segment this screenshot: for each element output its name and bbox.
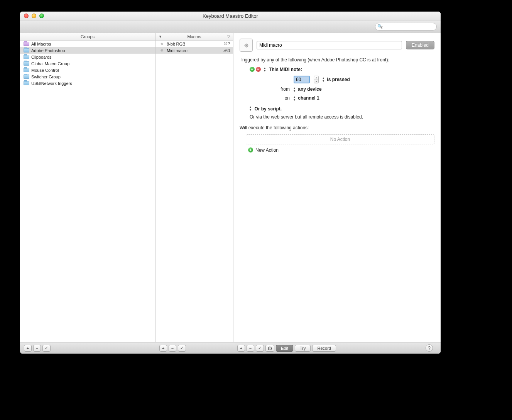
add-group-button[interactable]: + [24,345,32,352]
note-stepper[interactable]: ▴▾ [314,76,319,83]
folder-icon [24,42,29,46]
group-switcher[interactable]: Switcher Group [20,73,155,80]
search-field[interactable]: 🔍 ▾ [375,23,437,30]
on-label: on [277,95,290,101]
group-clipboards[interactable]: Clipboards [20,54,155,60]
no-action-placeholder[interactable]: No Action [246,134,434,144]
app-window: Keyboard Maestro Editor 🔍 ▾ Groups All M… [20,12,441,354]
power-action-button[interactable]: ⏻ [265,345,274,352]
remove-group-button[interactable]: − [33,345,41,352]
popup-arrows-icon[interactable]: ▴▾ [294,96,296,101]
groups-list: All Macros Adobe Photoshop Clipboards Gl… [20,41,155,342]
footer-toolbar: + − ✓ + − ✓ + − ✓ ⏻ Edit Try Record ? [20,342,441,354]
enabled-button[interactable]: Enabled [406,41,434,49]
folder-icon [24,75,29,79]
exec-label: Will execute the following actions: [240,124,434,131]
try-button[interactable]: Try [295,345,311,352]
folder-icon [24,61,29,66]
edit-button[interactable]: Edit [276,345,293,352]
popup-arrows-icon[interactable]: ▴▾ [323,77,324,82]
group-usb-network[interactable]: USB/Network triggers [20,80,155,86]
groups-column: Groups All Macros Adobe Photoshop Clipbo… [20,33,155,342]
macro-icon: ⎈ [240,39,253,52]
midi-note-input[interactable] [294,76,310,83]
note-condition-popup[interactable]: is pressed [327,77,350,82]
groups-header[interactable]: Groups [20,33,155,41]
group-adobe-photoshop[interactable]: Adobe Photoshop [20,47,155,54]
folder-icon [24,48,29,52]
toolbar: 🔍 ▾ [20,20,441,33]
sort-outline-icon[interactable]: ▽ [227,35,230,39]
help-button[interactable]: ? [426,344,433,352]
popup-arrows-icon[interactable]: ▴▾ [294,87,296,92]
macros-header[interactable]: ▼ Macros ▽ [155,33,233,41]
remove-trigger-button[interactable]: − [256,67,261,72]
record-button[interactable]: Record [312,345,336,352]
macros-list: ⎈ 8-bit RGB ⌘? ⎈ Midi macro ♪60 [155,41,233,342]
trigger-intro-text: Triggered by any of the following (when … [240,56,434,63]
macro-8bit-rgb[interactable]: ⎈ 8-bit RGB ⌘? [155,41,233,47]
macro-name-input[interactable] [257,41,402,49]
from-label: from [277,86,290,92]
new-action-button[interactable]: + New Action [248,147,434,153]
plus-icon: + [248,147,253,152]
sort-down-icon[interactable]: ▼ [159,35,162,39]
stepper-down-icon[interactable]: ▾ [314,80,318,83]
remove-action-button[interactable]: − [247,345,254,352]
group-mouse-control[interactable]: Mouse Control [20,67,155,73]
channel-popup[interactable]: channel 1 [298,95,319,101]
titlebar: Keyboard Maestro Editor [20,12,441,20]
remove-macro-button[interactable]: − [169,345,176,352]
macro-midi[interactable]: ⎈ Midi macro ♪60 [155,47,233,54]
toggle-macro-button[interactable]: ✓ [178,345,186,352]
group-all-macros[interactable]: All Macros [20,41,155,47]
group-global[interactable]: Global Macro Group [20,60,155,67]
macro-icon: ⎈ [159,47,165,52]
add-trigger-button[interactable]: + [250,67,255,72]
folder-icon [24,81,29,85]
folder-icon [24,68,29,72]
macros-column: ▼ Macros ▽ ⎈ 8-bit RGB ⌘? ⎈ Midi macro ♪… [155,33,233,342]
device-popup[interactable]: any device [298,86,321,92]
detail-pane: ⎈ Enabled Triggered by any of the follow… [233,33,441,342]
search-input[interactable] [375,23,437,30]
web-server-text: Or via the web server but all remote acc… [240,113,434,120]
macro-icon: ⎈ [159,41,165,46]
popup-arrows-icon[interactable]: ▴▾ [264,67,266,72]
add-action-button[interactable]: + [237,345,245,352]
or-script-popup[interactable]: Or by script. [254,106,282,112]
folder-icon [24,55,29,59]
toggle-action-button[interactable]: ✓ [256,345,264,352]
window-title: Keyboard Maestro Editor [20,13,441,19]
search-menu-icon[interactable]: ▾ [381,25,383,28]
toggle-group-button[interactable]: ✓ [42,345,51,352]
popup-arrows-icon[interactable]: ▴▾ [250,106,252,111]
stepper-up-icon[interactable]: ▴ [314,76,318,80]
trigger-type-popup[interactable]: This MIDI note: [269,67,302,72]
add-macro-button[interactable]: + [159,345,167,352]
